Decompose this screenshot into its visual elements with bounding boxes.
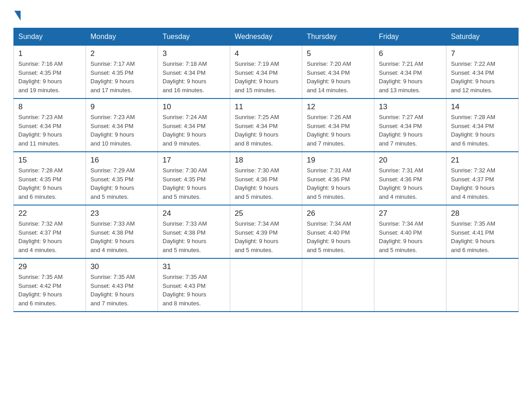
week-row-1: 1Sunrise: 7:16 AMSunset: 4:35 PMDaylight… [14, 46, 519, 99]
calendar-cell: 29Sunrise: 7:35 AMSunset: 4:42 PMDayligh… [14, 258, 86, 312]
day-number: 23 [90, 209, 153, 218]
day-info: Sunrise: 7:34 AMSunset: 4:39 PMDaylight:… [235, 219, 297, 254]
calendar-cell: 22Sunrise: 7:32 AMSunset: 4:37 PMDayligh… [14, 205, 86, 258]
day-info: Sunrise: 7:34 AMSunset: 4:40 PMDaylight:… [307, 219, 369, 254]
calendar-cell: 25Sunrise: 7:34 AMSunset: 4:39 PMDayligh… [230, 205, 302, 258]
week-row-2: 8Sunrise: 7:23 AMSunset: 4:34 PMDaylight… [14, 98, 519, 152]
day-info: Sunrise: 7:33 AMSunset: 4:38 PMDaylight:… [163, 219, 225, 254]
calendar-cell: 15Sunrise: 7:28 AMSunset: 4:35 PMDayligh… [14, 152, 86, 205]
day-number: 6 [379, 49, 442, 58]
day-info: Sunrise: 7:31 AMSunset: 4:36 PMDaylight:… [379, 166, 442, 201]
day-number: 5 [307, 49, 369, 58]
day-number: 10 [163, 103, 225, 111]
calendar-table: SundayMondayTuesdayWednesdayThursdayFrid… [13, 28, 519, 312]
calendar-cell: 2Sunrise: 7:17 AMSunset: 4:35 PMDaylight… [86, 46, 158, 99]
calendar-cell: 19Sunrise: 7:31 AMSunset: 4:36 PMDayligh… [302, 152, 374, 205]
day-number: 28 [451, 209, 514, 218]
calendar-cell: 28Sunrise: 7:35 AMSunset: 4:41 PMDayligh… [446, 205, 519, 258]
calendar-cell: 12Sunrise: 7:26 AMSunset: 4:34 PMDayligh… [302, 98, 374, 152]
calendar-cell: 8Sunrise: 7:23 AMSunset: 4:34 PMDaylight… [14, 98, 86, 152]
day-number: 4 [235, 49, 297, 58]
weekday-header-row: SundayMondayTuesdayWednesdayThursdayFrid… [14, 28, 519, 46]
day-info: Sunrise: 7:28 AMSunset: 4:34 PMDaylight:… [451, 113, 514, 148]
day-number: 19 [307, 156, 369, 165]
day-info: Sunrise: 7:34 AMSunset: 4:40 PMDaylight:… [379, 219, 442, 254]
calendar-cell: 11Sunrise: 7:25 AMSunset: 4:34 PMDayligh… [230, 98, 302, 152]
weekday-header-wednesday: Wednesday [230, 28, 302, 46]
weekday-header-sunday: Sunday [14, 28, 86, 46]
day-number: 27 [379, 209, 442, 218]
calendar-cell: 10Sunrise: 7:24 AMSunset: 4:34 PMDayligh… [158, 98, 230, 152]
weekday-header-friday: Friday [374, 28, 446, 46]
day-info: Sunrise: 7:19 AMSunset: 4:34 PMDaylight:… [235, 60, 297, 94]
calendar-cell: 6Sunrise: 7:21 AMSunset: 4:34 PMDaylight… [374, 46, 446, 99]
calendar-cell [230, 258, 302, 312]
calendar-cell: 21Sunrise: 7:32 AMSunset: 4:37 PMDayligh… [446, 152, 519, 205]
logo-triangle-icon [14, 11, 21, 21]
calendar-cell: 26Sunrise: 7:34 AMSunset: 4:40 PMDayligh… [302, 205, 374, 258]
day-number: 8 [18, 103, 81, 111]
calendar-cell [374, 258, 446, 312]
day-number: 31 [163, 262, 225, 271]
day-info: Sunrise: 7:23 AMSunset: 4:34 PMDaylight:… [18, 113, 81, 148]
logo [13, 9, 21, 19]
weekday-header-thursday: Thursday [302, 28, 374, 46]
calendar-cell: 27Sunrise: 7:34 AMSunset: 4:40 PMDayligh… [374, 205, 446, 258]
day-number: 30 [90, 262, 153, 271]
day-info: Sunrise: 7:21 AMSunset: 4:34 PMDaylight:… [379, 60, 442, 94]
calendar-cell: 14Sunrise: 7:28 AMSunset: 4:34 PMDayligh… [446, 98, 519, 152]
week-row-3: 15Sunrise: 7:28 AMSunset: 4:35 PMDayligh… [14, 152, 519, 205]
day-info: Sunrise: 7:27 AMSunset: 4:34 PMDaylight:… [379, 113, 442, 148]
day-number: 13 [379, 103, 442, 111]
weekday-header-saturday: Saturday [446, 28, 519, 46]
day-number: 11 [235, 103, 297, 111]
calendar-cell: 9Sunrise: 7:23 AMSunset: 4:34 PMDaylight… [86, 98, 158, 152]
calendar-cell: 30Sunrise: 7:35 AMSunset: 4:43 PMDayligh… [86, 258, 158, 312]
week-row-4: 22Sunrise: 7:32 AMSunset: 4:37 PMDayligh… [14, 205, 519, 258]
day-info: Sunrise: 7:30 AMSunset: 4:35 PMDaylight:… [163, 166, 225, 201]
day-info: Sunrise: 7:18 AMSunset: 4:34 PMDaylight:… [163, 60, 225, 94]
day-info: Sunrise: 7:35 AMSunset: 4:43 PMDaylight:… [90, 273, 153, 308]
day-info: Sunrise: 7:26 AMSunset: 4:34 PMDaylight:… [307, 113, 369, 148]
day-info: Sunrise: 7:35 AMSunset: 4:43 PMDaylight:… [163, 273, 225, 308]
day-number: 16 [90, 156, 153, 165]
day-info: Sunrise: 7:16 AMSunset: 4:35 PMDaylight:… [18, 60, 81, 94]
weekday-header-monday: Monday [86, 28, 158, 46]
day-info: Sunrise: 7:31 AMSunset: 4:36 PMDaylight:… [307, 166, 369, 201]
day-number: 2 [90, 49, 153, 58]
day-number: 3 [163, 49, 225, 58]
page-header [13, 9, 519, 19]
day-number: 18 [235, 156, 297, 165]
day-number: 21 [451, 156, 514, 165]
calendar-cell: 20Sunrise: 7:31 AMSunset: 4:36 PMDayligh… [374, 152, 446, 205]
calendar-cell: 31Sunrise: 7:35 AMSunset: 4:43 PMDayligh… [158, 258, 230, 312]
day-number: 25 [235, 209, 297, 218]
day-number: 17 [163, 156, 225, 165]
day-number: 7 [451, 49, 514, 58]
day-info: Sunrise: 7:35 AMSunset: 4:41 PMDaylight:… [451, 219, 514, 254]
day-number: 22 [18, 209, 81, 218]
calendar-cell: 23Sunrise: 7:33 AMSunset: 4:38 PMDayligh… [86, 205, 158, 258]
week-row-5: 29Sunrise: 7:35 AMSunset: 4:42 PMDayligh… [14, 258, 519, 312]
calendar-cell [446, 258, 519, 312]
calendar-cell: 17Sunrise: 7:30 AMSunset: 4:35 PMDayligh… [158, 152, 230, 205]
day-number: 1 [18, 49, 81, 58]
calendar-cell: 4Sunrise: 7:19 AMSunset: 4:34 PMDaylight… [230, 46, 302, 99]
day-number: 24 [163, 209, 225, 218]
day-info: Sunrise: 7:25 AMSunset: 4:34 PMDaylight:… [235, 113, 297, 148]
weekday-header-tuesday: Tuesday [158, 28, 230, 46]
day-info: Sunrise: 7:30 AMSunset: 4:36 PMDaylight:… [235, 166, 297, 201]
calendar-cell: 16Sunrise: 7:29 AMSunset: 4:35 PMDayligh… [86, 152, 158, 205]
day-number: 12 [307, 103, 369, 111]
day-number: 15 [18, 156, 81, 165]
calendar-cell: 7Sunrise: 7:22 AMSunset: 4:34 PMDaylight… [446, 46, 519, 99]
calendar-cell: 18Sunrise: 7:30 AMSunset: 4:36 PMDayligh… [230, 152, 302, 205]
day-number: 20 [379, 156, 442, 165]
calendar-cell: 13Sunrise: 7:27 AMSunset: 4:34 PMDayligh… [374, 98, 446, 152]
day-info: Sunrise: 7:32 AMSunset: 4:37 PMDaylight:… [451, 166, 514, 201]
day-info: Sunrise: 7:23 AMSunset: 4:34 PMDaylight:… [90, 113, 153, 148]
day-info: Sunrise: 7:17 AMSunset: 4:35 PMDaylight:… [90, 60, 153, 94]
day-info: Sunrise: 7:32 AMSunset: 4:37 PMDaylight:… [18, 219, 81, 254]
day-info: Sunrise: 7:24 AMSunset: 4:34 PMDaylight:… [163, 113, 225, 148]
day-number: 29 [18, 262, 81, 271]
